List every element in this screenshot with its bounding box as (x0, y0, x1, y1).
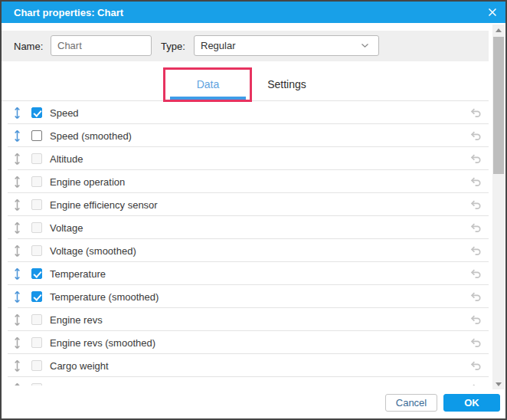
chevron-down-icon (361, 43, 369, 48)
drag-handle-icon[interactable] (13, 290, 21, 304)
drag-handle-icon[interactable] (13, 267, 21, 281)
series-row: Engine revs (2, 308, 489, 331)
dialog-body: Name: Type: Regular Data Settings (2, 23, 505, 418)
series-row: Speed (smoothed) (2, 124, 489, 147)
undo-icon[interactable] (470, 338, 482, 348)
undo-icon[interactable] (470, 315, 482, 325)
drag-handle-icon[interactable] (13, 359, 21, 372)
undo-icon[interactable] (470, 384, 482, 386)
undo-icon[interactable] (470, 223, 482, 233)
series-list: Speed Speed (smoothed) Alt (2, 100, 489, 386)
tab-data-label: Data (197, 78, 220, 90)
row-checkbox[interactable] (31, 222, 42, 233)
drag-handle-icon[interactable] (13, 130, 21, 143)
chart-properties-dialog: Chart properties: Chart Name: Type: Regu… (0, 0, 507, 420)
undo-icon[interactable] (470, 154, 482, 164)
undo-icon[interactable] (470, 177, 482, 187)
undo-icon[interactable] (470, 246, 482, 256)
tab-settings[interactable]: Settings (250, 67, 323, 100)
undo-icon[interactable] (470, 131, 482, 141)
row-label: Engine revs (smoothed) (50, 337, 155, 349)
row-checkbox[interactable] (31, 383, 42, 386)
series-row: Altitude (2, 147, 489, 170)
series-row: Temperature (2, 262, 489, 285)
drag-handle-icon[interactable] (13, 153, 21, 166)
row-checkbox[interactable] (31, 130, 42, 141)
row-label: Speed (smoothed) (50, 130, 132, 142)
row-label: Speed (50, 107, 79, 119)
undo-icon[interactable] (470, 200, 482, 210)
row-label: Counter (50, 383, 85, 386)
dialog-title: Chart properties: Chart (2, 7, 123, 18)
row-label: Engine revs (50, 314, 103, 326)
row-checkbox[interactable] (31, 314, 42, 325)
series-row: Speed (2, 101, 489, 124)
series-row: Temperature (smoothed) (2, 285, 489, 308)
drag-handle-icon[interactable] (13, 336, 21, 349)
row-label: Voltage (smoothed) (50, 245, 136, 257)
row-checkbox[interactable] (31, 360, 42, 371)
type-select[interactable]: Regular (194, 35, 379, 56)
series-row: Engine revs (smoothed) (2, 331, 489, 354)
ok-button[interactable]: OK (443, 394, 500, 412)
name-label: Name: (14, 41, 43, 52)
series-row: Engine efficiency sensor (2, 193, 489, 216)
row-label: Altitude (50, 153, 83, 165)
row-checkbox[interactable] (31, 245, 42, 256)
close-icon[interactable] (487, 7, 498, 18)
undo-icon[interactable] (470, 361, 482, 371)
dialog-titlebar: Chart properties: Chart (2, 2, 505, 23)
undo-icon[interactable] (470, 292, 482, 302)
scrollbar[interactable] (492, 25, 505, 389)
type-label: Type: (161, 41, 185, 52)
row-checkbox[interactable] (31, 153, 42, 164)
scroll-up-icon[interactable] (492, 25, 505, 35)
name-input[interactable] (51, 35, 152, 56)
drag-handle-icon[interactable] (13, 313, 21, 326)
drag-handle-icon[interactable] (13, 176, 21, 189)
undo-icon[interactable] (470, 269, 482, 279)
tab-active-underline (170, 97, 246, 100)
drag-handle-icon[interactable] (13, 221, 21, 235)
row-checkbox[interactable] (31, 268, 42, 279)
row-checkbox[interactable] (31, 199, 42, 210)
row-label: Engine operation (50, 176, 125, 188)
drag-handle-icon[interactable] (13, 244, 21, 258)
drag-handle-icon[interactable] (13, 199, 21, 212)
header-strip: Name: Type: Regular (2, 31, 489, 61)
series-row: Voltage (2, 216, 489, 239)
type-select-value: Regular (201, 40, 236, 51)
row-label: Cargo weight (50, 360, 109, 372)
row-label: Temperature (smoothed) (50, 291, 159, 303)
series-row: Voltage (smoothed) (2, 239, 489, 262)
row-label: Temperature (50, 268, 106, 280)
scrollbar-thumb[interactable] (493, 37, 504, 174)
series-row: Cargo weight (2, 354, 489, 377)
tab-settings-label: Settings (267, 78, 306, 90)
row-checkbox[interactable] (31, 176, 42, 187)
undo-icon[interactable] (470, 108, 482, 118)
row-label: Engine efficiency sensor (50, 199, 158, 211)
row-checkbox[interactable] (31, 291, 42, 302)
tab-data[interactable]: Data (170, 67, 246, 100)
row-checkbox[interactable] (31, 107, 42, 118)
series-row: Counter (2, 377, 489, 386)
scroll-down-icon[interactable] (492, 379, 505, 389)
cancel-button[interactable]: Cancel (385, 394, 437, 412)
row-checkbox[interactable] (31, 337, 42, 348)
row-label: Voltage (50, 222, 83, 234)
series-row: Engine operation (2, 170, 489, 193)
drag-handle-icon[interactable] (13, 382, 21, 386)
drag-handle-icon[interactable] (13, 107, 21, 120)
